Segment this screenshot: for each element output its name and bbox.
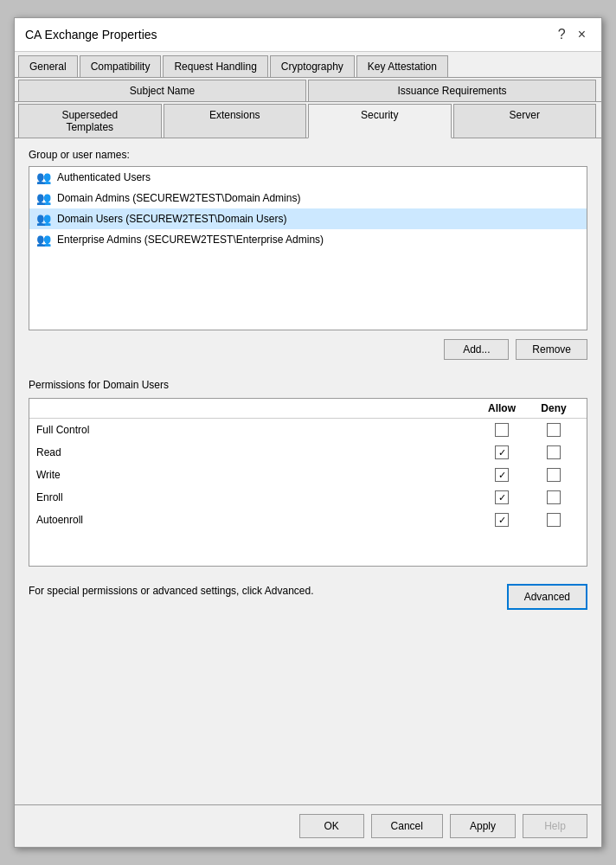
- help-icon[interactable]: ?: [558, 27, 566, 42]
- checkbox-full-control-allow[interactable]: [495, 423, 509, 437]
- tab-cryptography[interactable]: Cryptography: [270, 55, 355, 77]
- help-button: Help: [523, 814, 587, 838]
- perm-deny-checkbox[interactable]: [528, 445, 580, 459]
- checkbox-autoenroll-allow[interactable]: [495, 513, 509, 527]
- permissions-header: Allow Deny: [29, 399, 587, 418]
- perm-allow-checkbox[interactable]: [476, 423, 528, 437]
- perm-allow-checkbox[interactable]: [476, 468, 528, 482]
- perm-row-autoenroll: Autoenroll: [29, 509, 587, 531]
- perm-name: Autoenroll: [36, 514, 476, 526]
- perm-deny-checkbox[interactable]: [528, 490, 580, 504]
- perm-allow-checkbox[interactable]: [476, 513, 528, 527]
- user-label: Enterprise Admins (SECUREW2TEST\Enterpri…: [57, 234, 324, 246]
- advanced-button[interactable]: Advanced: [507, 584, 587, 610]
- user-group-icon: 👥: [35, 170, 52, 184]
- user-label: Authenticated Users: [57, 171, 151, 183]
- user-label: Domain Users (SECUREW2TEST\Domain Users): [57, 213, 286, 225]
- group-label: Group or user names:: [29, 149, 587, 161]
- perm-name: Read: [36, 446, 476, 458]
- perm-col-deny: Deny: [528, 402, 580, 414]
- checkbox-write-allow[interactable]: [495, 468, 509, 482]
- perm-name: Enroll: [36, 491, 476, 503]
- list-item[interactable]: 👥 Authenticated Users: [29, 167, 587, 188]
- permissions-label: Permissions for Domain Users: [29, 379, 587, 391]
- tab-key-attestation[interactable]: Key Attestation: [356, 55, 448, 77]
- perm-deny-checkbox[interactable]: [528, 513, 580, 527]
- perm-allow-checkbox[interactable]: [476, 445, 528, 459]
- bottom-bar: OK Cancel Apply Help: [15, 804, 601, 847]
- apply-button[interactable]: Apply: [450, 814, 516, 838]
- tab-request-handling[interactable]: Request Handling: [163, 55, 267, 77]
- checkbox-enroll-allow[interactable]: [495, 490, 509, 504]
- user-group-icon: 👥: [35, 191, 52, 205]
- checkbox-enroll-deny[interactable]: [547, 490, 561, 504]
- perm-allow-checkbox[interactable]: [476, 490, 528, 504]
- user-action-buttons: Add... Remove: [29, 339, 587, 360]
- perm-name: Write: [36, 469, 476, 481]
- user-group-icon: 👥: [35, 233, 52, 247]
- checkbox-read-allow[interactable]: [495, 445, 509, 459]
- tab-subject-name[interactable]: Subject Name: [18, 80, 306, 101]
- advanced-section: For special permissions or advanced sett…: [29, 577, 587, 617]
- remove-button[interactable]: Remove: [516, 339, 587, 360]
- user-group-icon: 👥: [35, 212, 52, 226]
- user-label: Domain Admins (SECUREW2TEST\Domain Admin…: [57, 192, 300, 204]
- tab-row-3: Superseded Templates Extensions Security…: [15, 102, 601, 138]
- advanced-description: For special permissions or advanced sett…: [29, 584, 490, 599]
- perm-row-enroll: Enroll: [29, 486, 587, 509]
- perm-deny-checkbox[interactable]: [528, 423, 580, 437]
- checkbox-autoenroll-deny[interactable]: [547, 513, 561, 527]
- ok-button[interactable]: OK: [299, 814, 364, 838]
- permissions-table: Allow Deny Full Control Read Write Enrol…: [29, 398, 587, 567]
- cancel-button[interactable]: Cancel: [371, 814, 443, 838]
- add-button[interactable]: Add...: [444, 339, 509, 360]
- perm-name: Full Control: [36, 424, 476, 436]
- title-bar: CA Exchange Properties ? ×: [15, 18, 601, 52]
- list-item[interactable]: 👥 Domain Admins (SECUREW2TEST\Domain Adm…: [29, 188, 587, 208]
- tab-row-2: Subject Name Issuance Requirements: [15, 78, 601, 102]
- user-list[interactable]: 👥 Authenticated Users 👥 Domain Admins (S…: [29, 166, 587, 330]
- tab-compatibility[interactable]: Compatibility: [80, 55, 162, 77]
- tab-issuance-requirements[interactable]: Issuance Requirements: [308, 80, 596, 101]
- tab-security[interactable]: Security: [308, 104, 452, 138]
- tab-extensions[interactable]: Extensions: [164, 104, 307, 138]
- perm-row-read: Read: [29, 441, 587, 464]
- checkbox-write-deny[interactable]: [547, 468, 561, 482]
- checkbox-full-control-deny[interactable]: [547, 423, 561, 437]
- tab-general[interactable]: General: [18, 55, 78, 77]
- list-item-selected[interactable]: 👥 Domain Users (SECUREW2TEST\Domain User…: [29, 208, 587, 229]
- dialog: CA Exchange Properties ? × General Compa…: [14, 17, 602, 848]
- title-bar-controls: ? ×: [558, 25, 591, 44]
- dialog-title: CA Exchange Properties: [25, 28, 157, 42]
- checkbox-read-deny[interactable]: [547, 445, 561, 459]
- close-button[interactable]: ×: [573, 25, 591, 44]
- perm-col-name: [36, 402, 476, 414]
- perm-row-full-control: Full Control: [29, 419, 587, 441]
- tab-superseded-templates[interactable]: Superseded Templates: [18, 104, 162, 138]
- perm-deny-checkbox[interactable]: [528, 468, 580, 482]
- perm-row-write: Write: [29, 464, 587, 486]
- tab-row-1: General Compatibility Request Handling C…: [15, 52, 601, 78]
- list-item[interactable]: 👥 Enterprise Admins (SECUREW2TEST\Enterp…: [29, 229, 587, 250]
- perm-col-allow: Allow: [476, 402, 528, 414]
- tab-server[interactable]: Server: [453, 104, 597, 138]
- tab-content-security: Group or user names: 👥 Authenticated Use…: [15, 138, 601, 804]
